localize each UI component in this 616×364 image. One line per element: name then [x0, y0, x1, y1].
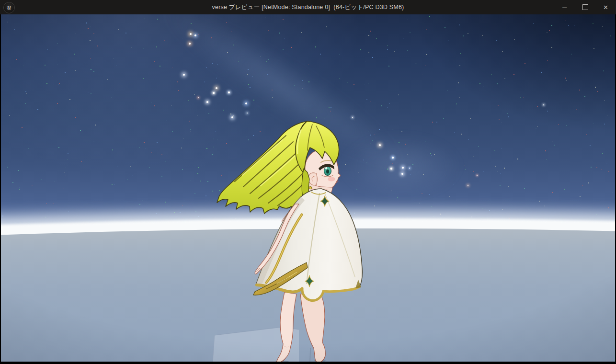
maximize-button[interactable] — [575, 0, 595, 14]
game-viewport[interactable] — [1, 14, 615, 362]
minimize-button[interactable]: ─ — [554, 0, 575, 14]
vignette-overlay — [1, 14, 615, 362]
world — [1, 14, 615, 362]
maximize-icon — [582, 4, 588, 10]
window-title: verse プレビュー [NetMode: Standalone 0] (64-… — [0, 0, 616, 14]
close-button[interactable]: ✕ — [595, 0, 616, 14]
window-controls: ─ ✕ — [554, 0, 616, 14]
title-bar: u verse プレビュー [NetMode: Standalone 0] (6… — [0, 0, 616, 14]
app-window: { "window": { "title": "verse プレビュー [Net… — [0, 0, 616, 364]
